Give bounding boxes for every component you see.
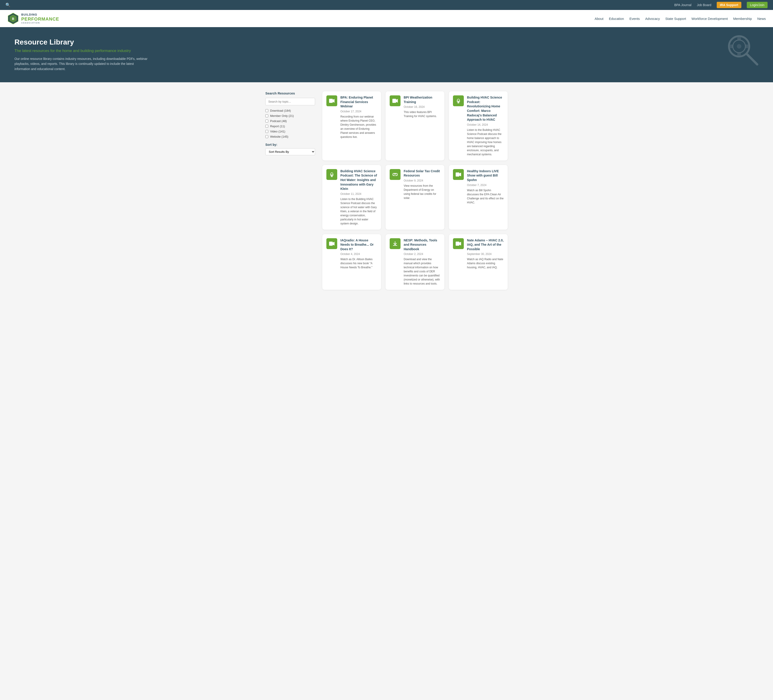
card-description: Recording from our webinar where Endurin… (340, 115, 377, 139)
nav-about[interactable]: About (595, 17, 604, 21)
resource-icon-video (390, 95, 401, 106)
logo[interactable]: B BUILDING PERFORMANCE ASSOCIATION (7, 13, 59, 25)
nav-education[interactable]: Education (609, 17, 624, 21)
resource-card[interactable]: BPI Weatherization Training October 16, … (386, 91, 444, 161)
filter-video-checkbox[interactable] (265, 130, 268, 133)
card-description: Watch as IAQ Radio and Nate Adams discus… (467, 257, 503, 269)
nav-advocacy[interactable]: Advocacy (645, 17, 660, 21)
top-bar: 🔍 BPA Journal Job Board IRA Support Logi… (0, 0, 773, 10)
filter-podcast-checkbox[interactable] (265, 120, 268, 123)
card-date: October 16, 2024 (404, 105, 440, 108)
svg-line-4 (747, 54, 757, 64)
filter-podcast: Podcast (48) (265, 119, 315, 123)
sidebar: Search Resources Download (184) Member O… (265, 91, 315, 290)
card-title: Nate Adams – HVAC 2.0, IAQ, and The Art … (467, 238, 503, 251)
filter-podcast-label: Podcast (48) (270, 119, 287, 123)
card-title: IAQradio: A House Needs to Breathe... Or… (340, 238, 377, 251)
card-description: Watch as Bill Spohn discusses the EPA Cl… (467, 188, 503, 205)
filter-website-checkbox[interactable] (265, 135, 268, 138)
svg-marker-12 (333, 99, 334, 103)
filter-report-label: Report (11) (270, 125, 285, 128)
main-nav: About Education Events Advocacy State Su… (595, 17, 766, 21)
nav-membership[interactable]: Membership (733, 17, 752, 21)
hero-description: Our online resource library contains ind… (15, 56, 150, 71)
card-title: BPI Weatherization Training (404, 95, 440, 104)
resource-card[interactable]: NESP: Methods, Tools and Resources Handb… (386, 234, 444, 290)
card-date: October 4, 2024 (340, 253, 377, 256)
filter-member-only-checkbox[interactable] (265, 114, 268, 117)
resource-card[interactable]: Healthy Indoors LIVE Show with guest Bil… (449, 165, 508, 230)
card-description: This video features BPI Training for HVA… (404, 110, 440, 118)
resource-card[interactable]: Nate Adams – HVAC 2.0, IAQ, and The Art … (449, 234, 508, 290)
card-description: Watch as Dr. Allison Bailes discusses hi… (340, 257, 377, 269)
svg-rect-23 (456, 173, 459, 176)
card-body: IAQradio: A House Needs to Breathe... Or… (340, 238, 377, 269)
card-body: NESP: Methods, Tools and Resources Handb… (404, 238, 440, 286)
filter-member-only-label: Member Only (21) (270, 114, 294, 118)
card-description: View resources from the Department of En… (404, 184, 440, 200)
card-date: October 2, 2024 (404, 253, 440, 256)
resource-card[interactable]: IAQradio: A House Needs to Breathe... Or… (322, 234, 381, 290)
filter-member-only: Member Only (21) (265, 114, 315, 118)
resource-card[interactable]: Building HVAC Science Podcast: The Scien… (322, 165, 381, 230)
svg-point-15 (457, 99, 459, 101)
sort-select[interactable]: Sort Results By Newest First Oldest Firs… (265, 148, 315, 155)
filter-video-label: Video (141) (270, 130, 285, 133)
main-content: Search Resources Download (184) Member O… (251, 82, 522, 299)
svg-rect-27 (456, 242, 459, 246)
nav-news[interactable]: News (757, 17, 766, 21)
card-title: Building HVAC Science Podcast: The Scien… (340, 169, 377, 191)
logo-association: ASSOCIATION (21, 22, 59, 24)
filter-video: Video (141) (265, 130, 315, 133)
filter-download-checkbox[interactable] (265, 109, 268, 112)
nav-events[interactable]: Events (630, 17, 640, 21)
svg-rect-7 (737, 53, 741, 55)
filter-list: Download (184) Member Only (21) Podcast … (265, 109, 315, 138)
card-body: Healthy Indoors LIVE Show with guest Bil… (467, 169, 503, 205)
resource-icon-link (390, 169, 401, 180)
logo-building: BUILDING (21, 13, 59, 16)
search-icon[interactable]: 🔍 (5, 2, 10, 7)
resource-icon-video (326, 95, 337, 106)
card-title: Federal Solar Tax Credit Resources (404, 169, 440, 178)
svg-rect-8 (730, 44, 733, 48)
login-join-button[interactable]: Login/Join (747, 2, 768, 8)
resource-card[interactable]: BPA: Enduring Planet Financial Services … (322, 91, 381, 161)
svg-point-10 (737, 44, 741, 49)
filter-report-checkbox[interactable] (265, 125, 268, 128)
logo-performance: PERFORMANCE (21, 16, 59, 22)
filter-report: Report (11) (265, 125, 315, 128)
top-bar-links: BPA Journal Job Board IRA Support Login/… (674, 2, 768, 8)
resource-card[interactable]: Building HVAC Science Podcast: Revolutio… (449, 91, 508, 161)
job-board-link[interactable]: Job Board (697, 3, 711, 7)
hero-title: Resource Library (15, 38, 758, 46)
nav-bar: B BUILDING PERFORMANCE ASSOCIATION About… (0, 10, 773, 27)
svg-rect-25 (329, 242, 333, 246)
card-date: October 11, 2024 (340, 192, 377, 196)
card-description: Listen to the Building HVAC Science Podc… (340, 197, 377, 225)
filter-download-label: Download (184) (270, 109, 291, 112)
hero-gear-search-icon (723, 32, 760, 75)
nav-state-support[interactable]: State Support (665, 17, 686, 21)
card-body: Building HVAC Science Podcast: Revolutio… (467, 95, 503, 156)
resource-icon-video (453, 238, 464, 249)
ira-support-button[interactable]: IRA Support (717, 2, 741, 8)
card-date: September 30, 2024 (467, 253, 503, 256)
svg-rect-6 (737, 37, 741, 40)
resource-grid: BPA: Enduring Planet Financial Services … (322, 91, 508, 290)
sort-label: Sort by: (265, 143, 315, 146)
svg-marker-14 (396, 99, 398, 103)
svg-rect-11 (329, 99, 333, 103)
filter-website-label: Website (145) (270, 135, 288, 138)
resource-card[interactable]: Federal Solar Tax Credit Resources Octob… (386, 165, 444, 230)
card-date: October 14, 2024 (467, 123, 503, 127)
svg-marker-28 (459, 242, 461, 245)
nav-workforce[interactable]: Workforce Development (691, 17, 728, 21)
svg-text:B: B (12, 17, 14, 21)
svg-rect-9 (745, 44, 748, 48)
bpa-journal-link[interactable]: BPA Journal (674, 3, 691, 7)
filter-website: Website (145) (265, 135, 315, 138)
card-body: Federal Solar Tax Credit Resources Octob… (404, 169, 440, 200)
card-title: Healthy Indoors LIVE Show with guest Bil… (467, 169, 503, 182)
search-input[interactable] (265, 98, 315, 105)
